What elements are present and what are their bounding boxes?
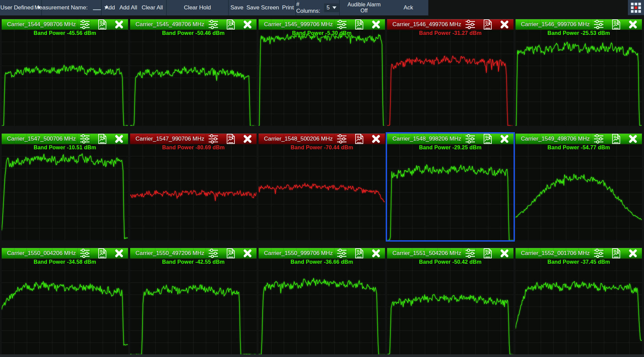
carrier-panel[interactable]: Carrier_1552_001706 MHz bbox=[516, 248, 642, 355]
settings-sliders-icon[interactable] bbox=[208, 19, 218, 30]
settings-sliders-icon[interactable] bbox=[337, 248, 347, 258]
carrier-panel[interactable]: Carrier_1547_500706 MHz bbox=[2, 134, 128, 240]
spectrum-chart bbox=[387, 30, 514, 126]
carrier-panel[interactable]: Carrier_1551_504206 MHz bbox=[387, 248, 514, 355]
grid-apps-icon bbox=[631, 2, 641, 13]
carrier-panel[interactable]: Carrier_1550_497206 MHz bbox=[130, 248, 257, 355]
close-icon[interactable] bbox=[372, 20, 380, 29]
carrier-title: Carrier_1545_999706 MHz bbox=[264, 21, 333, 28]
settings-sliders-icon[interactable] bbox=[465, 248, 475, 258]
settings-sliders-icon[interactable] bbox=[80, 134, 90, 144]
spectrum-chart bbox=[516, 144, 642, 240]
report-icon[interactable] bbox=[483, 248, 492, 258]
report-icon[interactable] bbox=[612, 248, 621, 258]
report-icon[interactable] bbox=[98, 19, 107, 30]
panel-header: Carrier_1550_004206 MHz bbox=[2, 248, 128, 259]
close-icon[interactable] bbox=[629, 135, 637, 143]
carrier-panel[interactable]: Carrier_1547_990706 MHz bbox=[130, 134, 257, 240]
measurement-name-value[interactable] bbox=[93, 5, 101, 10]
report-icon[interactable] bbox=[226, 248, 235, 258]
clear-all-button[interactable]: Clear All bbox=[140, 4, 164, 12]
carrier-panel[interactable]: Carrier_1550_999706 MHz bbox=[259, 248, 385, 355]
save-button[interactable]: Save bbox=[229, 4, 245, 12]
spectrum-chart bbox=[2, 30, 128, 126]
carrier-panel[interactable]: Carrier_1545_999706 MHz bbox=[259, 19, 385, 126]
carrier-panel[interactable]: Carrier_1545_498706 MHz bbox=[130, 19, 257, 126]
save-screen-button[interactable]: Save Screen bbox=[245, 4, 280, 12]
carrier-title: Carrier_1548_500206 MHz bbox=[264, 136, 333, 142]
settings-sliders-icon[interactable] bbox=[594, 248, 604, 258]
carrier-panel[interactable]: Carrier_1548_500206 MHz bbox=[259, 134, 385, 240]
close-icon[interactable] bbox=[500, 20, 509, 29]
panel-header: Carrier_1548_998206 MHz bbox=[387, 134, 514, 144]
report-icon[interactable] bbox=[612, 134, 621, 144]
carrier-panel[interactable]: Carrier_1546_499706 MHz bbox=[387, 19, 514, 126]
audible-alarm-toggle[interactable]: Audible Alarm Off bbox=[340, 2, 388, 14]
close-icon[interactable] bbox=[629, 249, 637, 258]
report-icon[interactable] bbox=[98, 134, 107, 144]
carrier-title: Carrier_1544_998706 MHz bbox=[7, 21, 76, 28]
spectrum-chart bbox=[387, 259, 514, 355]
report-icon[interactable] bbox=[226, 134, 235, 144]
settings-sliders-icon[interactable] bbox=[594, 134, 604, 144]
columns-select[interactable]: 5 bbox=[324, 3, 339, 12]
carrier-panel[interactable]: Carrier_1546_999706 MHz bbox=[516, 19, 642, 126]
close-icon[interactable] bbox=[372, 249, 380, 258]
carrier-title: Carrier_1547_990706 MHz bbox=[136, 136, 204, 142]
carrier-title: Carrier_1546_999706 MHz bbox=[521, 21, 590, 28]
print-button[interactable]: Print bbox=[281, 4, 295, 12]
panel-header: Carrier_1550_999706 MHz bbox=[259, 248, 385, 259]
settings-sliders-icon[interactable] bbox=[337, 134, 347, 144]
carrier-panel[interactable]: Carrier_1544_998706 MHz bbox=[2, 19, 128, 126]
report-icon[interactable] bbox=[355, 248, 364, 258]
close-icon[interactable] bbox=[115, 135, 123, 143]
spectrum-chart bbox=[387, 144, 514, 240]
report-icon[interactable] bbox=[355, 19, 364, 30]
settings-sliders-icon[interactable] bbox=[594, 19, 604, 30]
close-icon[interactable] bbox=[500, 135, 509, 143]
toolbar: User Defined Measurement Name: Add Add A… bbox=[0, 0, 428, 15]
ack-button[interactable]: Ack bbox=[388, 4, 428, 12]
report-icon[interactable] bbox=[355, 134, 364, 144]
close-icon[interactable] bbox=[243, 249, 252, 258]
settings-sliders-icon[interactable] bbox=[80, 19, 90, 30]
report-icon[interactable] bbox=[98, 248, 107, 258]
settings-sliders-icon[interactable] bbox=[465, 19, 475, 30]
close-icon[interactable] bbox=[500, 249, 509, 258]
settings-sliders-icon[interactable] bbox=[208, 134, 218, 144]
close-icon[interactable] bbox=[115, 249, 123, 258]
settings-sliders-icon[interactable] bbox=[208, 248, 218, 258]
columns-label: # Columns: bbox=[296, 1, 321, 14]
add-button[interactable]: Add bbox=[103, 4, 116, 12]
close-icon[interactable] bbox=[243, 135, 252, 143]
report-icon[interactable] bbox=[226, 19, 235, 30]
close-icon[interactable] bbox=[243, 20, 252, 29]
spectrum-chart bbox=[259, 144, 385, 240]
carrier-panel[interactable]: Carrier_1549_498706 MHz bbox=[516, 134, 642, 240]
settings-sliders-icon[interactable] bbox=[80, 248, 90, 258]
close-icon[interactable] bbox=[115, 20, 123, 29]
settings-sliders-icon[interactable] bbox=[465, 134, 475, 144]
carrier-title: Carrier_1550_497206 MHz bbox=[136, 250, 204, 257]
panel-header: Carrier_1551_504206 MHz bbox=[387, 248, 514, 259]
spectrum-chart bbox=[130, 30, 257, 126]
close-icon[interactable] bbox=[629, 20, 637, 29]
spectrum-chart bbox=[2, 144, 128, 240]
report-icon[interactable] bbox=[612, 19, 621, 30]
report-icon[interactable] bbox=[483, 19, 492, 30]
app-grid-button[interactable] bbox=[628, 0, 644, 15]
spectrum-chart bbox=[2, 259, 128, 355]
footer-strip bbox=[0, 354, 644, 357]
panel-header: Carrier_1547_990706 MHz bbox=[130, 134, 257, 144]
panel-header: Carrier_1545_498706 MHz bbox=[130, 19, 257, 30]
settings-sliders-icon[interactable] bbox=[337, 19, 347, 30]
close-icon[interactable] bbox=[372, 135, 380, 143]
caret-down-icon bbox=[332, 6, 336, 9]
carrier-panel[interactable]: Carrier_1548_998206 MHz bbox=[387, 134, 514, 240]
report-icon[interactable] bbox=[483, 134, 492, 144]
measurement-name-dropdown[interactable]: Measurement Name: bbox=[35, 4, 109, 11]
clear-hold-button[interactable]: Clear Hold bbox=[182, 4, 212, 12]
carrier-panel[interactable]: Carrier_1550_004206 MHz bbox=[2, 248, 128, 355]
add-all-button[interactable]: Add All bbox=[118, 4, 139, 12]
preset-label: User Defined bbox=[0, 4, 34, 11]
